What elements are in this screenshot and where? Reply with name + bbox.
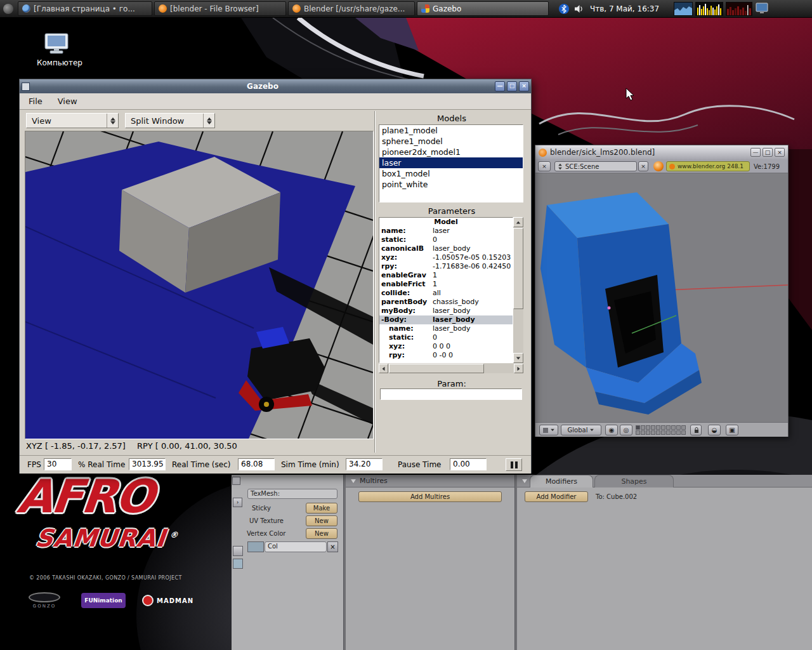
- blender-maximize-button[interactable]: □: [763, 148, 773, 157]
- viewport-mode-dropdown[interactable]: [539, 425, 558, 435]
- scroll-thumb[interactable]: [389, 364, 484, 373]
- texmesh-field[interactable]: TexMesh:: [247, 489, 337, 499]
- layer-buttons[interactable]: [636, 425, 686, 435]
- clock[interactable]: Чтв, 7 Май, 16:37: [590, 4, 665, 13]
- gazebo-maximize-button[interactable]: □: [507, 81, 517, 91]
- scroll-up-button[interactable]: [513, 217, 523, 227]
- scene-selector[interactable]: SCE:Scene: [554, 161, 637, 171]
- model-list-item[interactable]: sphere1_model: [379, 136, 523, 147]
- blender-app-icon: [539, 149, 547, 157]
- pane-separator[interactable]: [374, 111, 376, 453]
- new-vertex-color-button[interactable]: New: [306, 528, 337, 539]
- model-list-item[interactable]: plane1_model: [379, 125, 523, 136]
- parameters-vertical-scrollbar[interactable]: [513, 217, 523, 363]
- scroll-right-button[interactable]: [514, 364, 523, 373]
- taskbar-button-firefox[interactable]: [Главная страница • го...: [18, 1, 152, 16]
- param-row[interactable]: name:laser_body: [379, 324, 513, 333]
- orientation-dropdown[interactable]: Global: [561, 425, 601, 435]
- bluetooth-icon[interactable]: [558, 3, 570, 15]
- scroll-left-button[interactable]: [379, 364, 388, 373]
- side-tool-button-2[interactable]: [233, 559, 243, 569]
- lock-icon-button[interactable]: [690, 425, 702, 435]
- add-multires-button[interactable]: Add Multires: [358, 491, 502, 502]
- rotation-icon-button[interactable]: ◎: [620, 425, 632, 435]
- blender-3d-viewport[interactable]: [535, 173, 788, 422]
- parameters-horizontal-scrollbar[interactable]: [379, 364, 523, 373]
- split-window-combo[interactable]: Split Window: [125, 113, 215, 128]
- taskbar-button-gazebo[interactable]: Gazebo: [417, 1, 549, 16]
- param-row[interactable]: canonicalBlaser_body: [379, 244, 513, 253]
- real-time-pct-field[interactable]: 3013.95: [129, 458, 166, 470]
- param-row[interactable]: parentBodychassis_body: [379, 298, 513, 307]
- panel-expand-button[interactable]: ›: [233, 498, 242, 507]
- gazebo-close-button[interactable]: ×: [519, 81, 529, 91]
- param-row[interactable]: static:0: [379, 235, 513, 244]
- sim-time-field[interactable]: 34.20: [346, 458, 383, 470]
- menu-view[interactable]: View: [58, 96, 77, 106]
- col-delete-button[interactable]: ×: [327, 541, 338, 552]
- param-row-highlighted[interactable]: -Body:laser_body: [379, 315, 513, 324]
- manipulator-icon-button[interactable]: ◉: [605, 425, 618, 435]
- param-row[interactable]: myBody:laser_body: [379, 307, 513, 315]
- computer-desktop-icon[interactable]: Компьютер: [37, 33, 76, 67]
- real-time-field[interactable]: 68.08: [238, 458, 275, 470]
- model-list-item[interactable]: pioneer2dx_model1: [379, 147, 523, 157]
- display-applet-icon[interactable]: [755, 2, 769, 16]
- param-row[interactable]: enableFrict1: [379, 280, 513, 289]
- panel-tab-icon[interactable]: [232, 477, 240, 485]
- model-list-item[interactable]: point_white: [379, 179, 523, 190]
- param-label: Param:: [376, 379, 527, 388]
- volume-icon[interactable]: [573, 3, 585, 15]
- view-combo[interactable]: View: [26, 113, 119, 128]
- gazebo-window: Gazebo — □ × File View View Split Window: [19, 79, 532, 474]
- snap-icon-button[interactable]: ◒: [708, 425, 721, 435]
- blender-header-close-button[interactable]: ×: [538, 161, 551, 171]
- param-row[interactable]: rpy:0 -0 0: [379, 351, 513, 360]
- menu-file[interactable]: File: [29, 96, 43, 106]
- param-row[interactable]: xyz:0 0 0: [379, 342, 513, 351]
- cpu-graph-applet[interactable]: [674, 2, 693, 16]
- panel-collapse-icon[interactable]: [522, 479, 527, 483]
- blender-titlebar[interactable]: blender/sick_lms200.blend] — □ ×: [535, 145, 788, 159]
- gonzo-logo-oval: [29, 592, 60, 602]
- pause-time-field[interactable]: 0.00: [450, 458, 487, 470]
- pause-button[interactable]: [506, 458, 522, 471]
- scroll-down-button[interactable]: [513, 353, 523, 363]
- gazebo-3d-scene: [25, 131, 373, 439]
- col-name-field[interactable]: Col: [265, 541, 327, 552]
- panel-collapse-icon[interactable]: [351, 479, 356, 483]
- tab-modifiers[interactable]: Modifiers: [530, 475, 593, 488]
- desktop: AFRO SAMURAI® © 2006 TAKASHI OKAZAKI, GO…: [0, 0, 812, 650]
- scroll-thumb[interactable]: [513, 228, 523, 309]
- taskbar-button-file-browser[interactable]: [blender - File Browser]: [154, 1, 286, 16]
- gazebo-minimize-button[interactable]: —: [495, 81, 505, 91]
- taskbar-button-blender[interactable]: Blender [/usr/share/gaze...: [288, 1, 415, 16]
- parameters-table: Model name:laser static:0 canonicalBlase…: [379, 217, 513, 363]
- new-uv-texture-button[interactable]: New: [306, 515, 337, 526]
- make-sticky-button[interactable]: Make: [306, 503, 337, 514]
- param-row[interactable]: enableGrav1: [379, 271, 513, 280]
- add-modifier-button[interactable]: Add Modifier: [525, 491, 588, 502]
- applications-menu-icon[interactable]: [3, 4, 13, 14]
- param-row[interactable]: static:0: [379, 333, 513, 342]
- param-row[interactable]: name:laser: [379, 227, 513, 235]
- param-row[interactable]: rpy:-1.71683e-06 0.42450: [379, 262, 513, 271]
- gazebo-3d-viewport[interactable]: [25, 131, 374, 439]
- model-list-item-selected[interactable]: laser: [379, 157, 523, 168]
- tab-shapes[interactable]: Shapes: [594, 475, 674, 488]
- gazebo-titlebar[interactable]: Gazebo — □ ×: [20, 79, 531, 93]
- blender-close-button[interactable]: ×: [775, 148, 785, 157]
- fps-field[interactable]: 30: [44, 458, 72, 470]
- model-list-item[interactable]: box1_model: [379, 168, 523, 179]
- col-type-icon-button[interactable]: [247, 541, 264, 552]
- param-row[interactable]: collide:all: [379, 289, 513, 298]
- blender-minimize-button[interactable]: —: [750, 148, 761, 157]
- multires-panel-header[interactable]: Multires: [346, 475, 514, 488]
- side-tool-button-1[interactable]: [233, 546, 243, 556]
- scene-delete-button[interactable]: ×: [638, 161, 648, 171]
- load-graph-applet[interactable]: [695, 2, 723, 16]
- render-preview-icon-button[interactable]: ▣: [726, 425, 738, 435]
- memory-graph-applet[interactable]: [726, 2, 752, 16]
- param-input[interactable]: [380, 388, 522, 400]
- param-row[interactable]: xyz:-1.05057e-05 0.15203: [379, 253, 513, 262]
